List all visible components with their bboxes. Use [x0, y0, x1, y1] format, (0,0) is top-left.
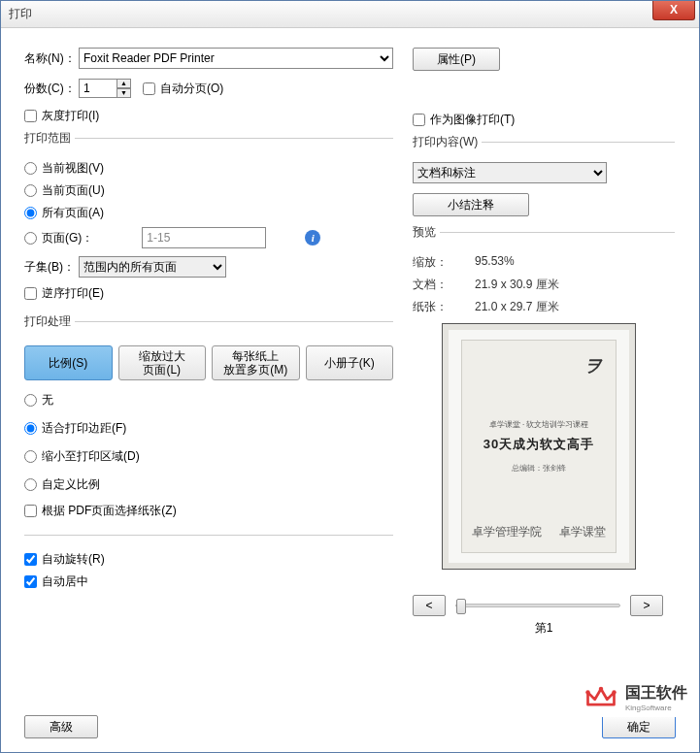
fit-margin-label: 适合打印边距(F)	[42, 420, 126, 437]
next-page-button[interactable]: >	[630, 595, 663, 616]
pages-label: 页面(G)：	[42, 230, 93, 246]
current-view-radio[interactable]	[24, 162, 37, 175]
range-group: 打印范围 当前视图(V) 当前页面(U) 所有页面(A) 页面(G)： i 子集…	[24, 130, 393, 308]
preview-subtitle: 卓学课堂 · 软文培训学习课程	[489, 419, 589, 430]
handling-legend: 打印处理	[24, 313, 75, 330]
close-icon: X	[670, 3, 678, 16]
current-page-radio[interactable]	[24, 184, 37, 197]
paper-key: 纸张：	[413, 299, 475, 315]
custom-scale-radio[interactable]	[24, 478, 37, 491]
summarize-comments-button[interactable]: 小结注释	[413, 193, 529, 216]
handling-group: 打印处理 比例(S) 缩放过大 页面(L) 每张纸上 放置多页(M) 小册子(K…	[24, 313, 393, 525]
all-pages-radio[interactable]	[24, 207, 37, 219]
close-button[interactable]: X	[652, 1, 695, 20]
tab-booklet[interactable]: 小册子(K)	[306, 345, 394, 380]
tab-multi[interactable]: 每张纸上 放置多页(M)	[212, 345, 300, 380]
auto-center-checkbox[interactable]	[24, 575, 37, 588]
doc-value: 21.9 x 30.9 厘米	[475, 277, 675, 293]
preview-author: 总编辑：张剑锋	[512, 463, 566, 474]
content-group: 打印内容(W) 文档和标注 小结注释	[413, 134, 675, 216]
info-icon[interactable]: i	[305, 230, 320, 246]
auto-center-label: 自动居中	[42, 573, 88, 590]
svg-point-1	[585, 690, 590, 695]
grayscale-label: 灰度打印(I)	[42, 108, 99, 124]
svg-point-2	[612, 690, 617, 695]
subset-label: 子集(B)：	[24, 259, 79, 276]
doc-key: 文档：	[413, 277, 475, 293]
fit-margin-radio[interactable]	[24, 422, 37, 435]
preview-group: 预览 缩放：95.53% 文档：21.9 x 30.9 厘米 纸张：21.0 x…	[413, 224, 675, 637]
pages-radio[interactable]	[24, 232, 37, 245]
grayscale-checkbox[interactable]	[24, 110, 37, 122]
reverse-checkbox[interactable]	[24, 287, 37, 300]
as-image-label: 作为图像打印(T)	[430, 112, 515, 128]
svg-point-0	[599, 687, 604, 692]
prev-page-button[interactable]: <	[413, 595, 446, 616]
preview-logo-icon: ヲ	[584, 354, 602, 377]
scale-none-label: 无	[42, 392, 53, 409]
window-title: 打印	[9, 6, 32, 22]
auto-rotate-checkbox[interactable]	[24, 553, 37, 566]
range-legend: 打印范围	[24, 130, 75, 147]
copies-label: 份数(C)：	[24, 81, 79, 97]
zoom-key: 缩放：	[413, 254, 475, 271]
auto-rotate-label: 自动旋转(R)	[42, 551, 105, 568]
page-preview: ヲ 卓学课堂 · 软文培训学习课程 30天成为软文高手 总编辑：张剑锋 卓学管理…	[442, 323, 636, 570]
properties-button[interactable]: 属性(P)	[413, 48, 500, 71]
subset-select[interactable]: 范围内的所有页面	[79, 256, 226, 278]
copies-input[interactable]	[79, 79, 117, 98]
watermark-text: 国王软件	[625, 683, 687, 704]
choose-by-pdf-label: 根据 PDF页面选择纸张(Z)	[42, 503, 177, 519]
titlebar: 打印 X	[1, 1, 699, 28]
paper-value: 21.0 x 29.7 厘米	[475, 299, 675, 315]
preview-legend: 预览	[413, 224, 440, 241]
content-select[interactable]: 文档和标注	[413, 162, 607, 183]
current-view-label: 当前视图(V)	[42, 160, 104, 177]
preview-title: 30天成为软文高手	[483, 436, 594, 453]
choose-by-pdf-checkbox[interactable]	[24, 505, 37, 517]
reverse-label: 逆序打印(E)	[42, 285, 104, 302]
slider-thumb[interactable]	[456, 599, 466, 614]
collate-label: 自动分页(O)	[160, 81, 223, 97]
ok-button[interactable]: 确定	[602, 715, 676, 738]
content-legend: 打印内容(W)	[413, 134, 482, 150]
shrink-radio[interactable]	[24, 450, 37, 463]
all-pages-label: 所有页面(A)	[42, 205, 104, 221]
as-image-checkbox[interactable]	[413, 114, 425, 126]
collate-checkbox[interactable]	[143, 82, 155, 95]
tab-fit-large[interactable]: 缩放过大 页面(L)	[118, 345, 207, 380]
tab-scale[interactable]: 比例(S)	[24, 345, 113, 380]
advanced-button[interactable]: 高级	[24, 715, 98, 738]
copies-spinner[interactable]: ▲▼	[117, 79, 131, 98]
zoom-value: 95.53%	[475, 254, 675, 271]
current-page-label: 当前页面(U)	[42, 182, 105, 199]
crown-icon	[583, 680, 619, 715]
page-slider[interactable]	[455, 604, 620, 607]
scale-none-radio[interactable]	[24, 394, 37, 407]
name-label: 名称(N)：	[24, 50, 79, 67]
preview-footer-right: 卓学课堂	[559, 524, 606, 540]
watermark-sub: KingSoftware	[625, 704, 687, 712]
printer-select[interactable]: Foxit Reader PDF Printer	[79, 48, 393, 69]
watermark: 国王软件 KingSoftware	[581, 678, 689, 717]
custom-scale-label: 自定义比例	[42, 476, 100, 493]
page-indicator: 第1	[413, 620, 675, 637]
shrink-label: 缩小至打印区域(D)	[42, 448, 140, 465]
pages-input[interactable]	[142, 227, 266, 248]
preview-footer-left: 卓学管理学院	[472, 524, 542, 540]
